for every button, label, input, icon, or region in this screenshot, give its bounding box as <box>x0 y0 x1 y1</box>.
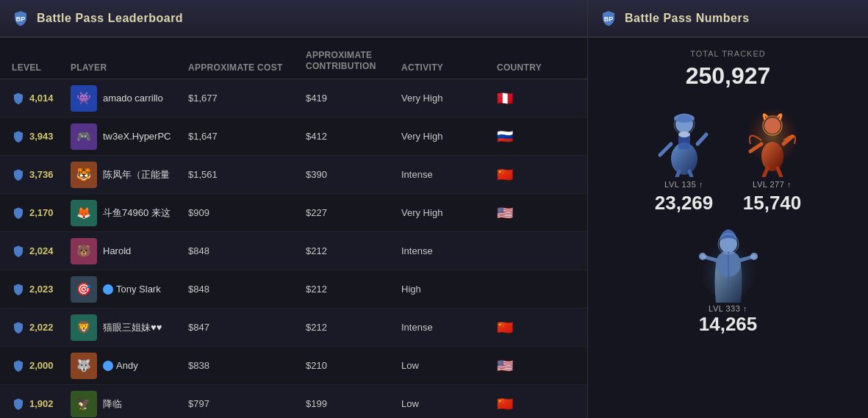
svg-line-17 <box>764 168 767 177</box>
table-row: 1,902 🦅降临$797$199Low🇨🇳 <box>0 385 587 418</box>
hero-figure-1 <box>651 104 717 177</box>
player-name: tw3eX.HyperPC <box>103 131 171 142</box>
level-cell: 3,736 <box>12 168 71 181</box>
player-name: 降临 <box>103 397 122 411</box>
left-panel-header: BP Battle Pass Leaderboard <box>0 0 587 37</box>
hero-lvl-3: LVL 333 ↑ <box>709 304 747 313</box>
contrib-cell: $227 <box>306 207 401 218</box>
activity-cell: High <box>401 284 497 295</box>
player-name: 斗鱼74960 来这 <box>103 206 171 220</box>
hero-count-1: 23,269 <box>655 192 714 215</box>
flag: 🇺🇸 <box>497 205 513 221</box>
hero-figure-2 <box>739 104 806 177</box>
svg-line-18 <box>778 168 781 177</box>
level-shield-icon <box>12 206 25 220</box>
svg-line-8 <box>689 171 693 177</box>
svg-point-26 <box>750 253 758 260</box>
contrib-cell: $419 <box>306 93 401 104</box>
level-value: 3,736 <box>29 169 54 180</box>
svg-text:BP: BP <box>604 15 614 23</box>
contrib-cell: $212 <box>306 322 401 333</box>
hero-image-1 <box>648 96 721 177</box>
col-contribution: ApproximateContribution <box>306 50 401 73</box>
level-value: 2,170 <box>29 207 54 218</box>
left-panel-title: Battle Pass Leaderboard <box>37 12 183 25</box>
level-shield-icon <box>12 283 25 296</box>
col-level: Level <box>12 62 71 73</box>
cost-cell: $1,561 <box>188 169 306 180</box>
col-activity: Activity <box>401 62 497 73</box>
hero-card-3: LVL 333 ↑ 14,265 <box>692 223 765 336</box>
table-header: Level Player Approximate Cost Approximat… <box>0 37 587 79</box>
avatar: 🎮 <box>71 123 97 150</box>
level-value: 2,000 <box>29 360 54 371</box>
player-name: Tony Slark <box>103 284 161 295</box>
svg-point-25 <box>699 253 706 260</box>
avatar: 🦊 <box>71 200 97 226</box>
cost-cell: $909 <box>188 207 306 218</box>
activity-cell: Intense <box>401 245 497 256</box>
country-cell: 🇺🇸 <box>497 205 600 221</box>
shield-icon: BP <box>12 10 29 27</box>
hero-count-2: 15,740 <box>743 192 802 215</box>
avatar: 🐻 <box>71 238 97 264</box>
avatar: 🦁 <box>71 314 97 341</box>
cost-cell: $1,677 <box>188 93 306 104</box>
table-body: 4,014 👾amado carrillo$1,677$419Very High… <box>0 79 587 418</box>
player-cell: 🎮tw3eX.HyperPC <box>71 123 188 150</box>
level-shield-icon <box>12 359 25 372</box>
svg-line-7 <box>675 171 679 177</box>
svg-point-13 <box>761 142 783 171</box>
player-cell: 🐻Harold <box>71 238 188 264</box>
cost-cell: $797 <box>188 398 306 409</box>
level-cell: 4,014 <box>12 92 71 105</box>
level-cell: 2,023 <box>12 283 71 296</box>
hero-image-3 <box>692 223 765 304</box>
flag: 🇨🇳 <box>497 167 513 183</box>
right-panel-title: Battle Pass Numbers <box>625 12 750 25</box>
level-value: 2,022 <box>29 322 54 333</box>
col-country: Country <box>497 62 600 73</box>
contrib-cell: $210 <box>306 360 401 371</box>
right-panel-header: BP Battle Pass Numbers <box>588 0 868 37</box>
country-cell: 🇺🇸 <box>497 358 600 374</box>
table-row: 2,170 🦊斗鱼74960 来这$909$227Very High🇺🇸 <box>0 194 587 232</box>
level-cell: 2,000 <box>12 359 71 372</box>
flag: 🇵🇪 <box>497 90 513 107</box>
total-tracked-value: 250,927 <box>686 64 771 87</box>
left-panel: BP Battle Pass Leaderboard Level Player … <box>0 0 588 418</box>
activity-cell: Very High <box>401 207 497 218</box>
level-cell: 2,024 <box>12 245 71 258</box>
activity-cell: Very High <box>401 131 497 142</box>
level-shield-icon <box>12 92 25 105</box>
cost-cell: $847 <box>188 322 306 333</box>
contrib-cell: $199 <box>306 398 401 409</box>
right-shield-icon: BP <box>600 10 617 27</box>
activity-cell: Very High <box>401 93 497 104</box>
hero-card-1: LVL 135 ↑ 23,269 <box>648 96 721 215</box>
cost-cell: $848 <box>188 245 306 256</box>
country-cell: 🇷🇺 <box>497 129 600 145</box>
table-row: 2,022 🦁猫眼三姐妹♥♥$847$212Intense🇨🇳 <box>0 309 587 347</box>
svg-line-5 <box>660 144 671 155</box>
svg-point-11 <box>678 131 690 137</box>
avatar: 🦅 <box>71 391 97 417</box>
table-row: 3,943 🎮tw3eX.HyperPC$1,647$412Very High🇷… <box>0 118 587 156</box>
activity-cell: Low <box>401 398 497 409</box>
cost-cell: $848 <box>188 284 306 295</box>
hero-lvl-1: LVL 135 ↑ <box>664 180 703 189</box>
player-cell: 🐺Andy <box>71 353 188 379</box>
avatar: 🐺 <box>71 353 97 379</box>
verified-icon <box>103 284 113 295</box>
country-cell: 🇨🇳 <box>497 167 600 183</box>
flag: 🇺🇸 <box>497 358 513 374</box>
activity-cell: Intense <box>401 169 497 180</box>
level-value: 2,024 <box>29 245 54 256</box>
player-name: amado carrillo <box>103 93 163 104</box>
right-panel: BP Battle Pass Numbers TOTAL TRACKED 250… <box>588 0 868 418</box>
player-name: 猫眼三姐妹♥♥ <box>103 321 162 334</box>
svg-line-6 <box>697 134 706 144</box>
contrib-cell: $390 <box>306 169 401 180</box>
level-cell: 3,943 <box>12 130 71 143</box>
player-name: Andy <box>103 360 138 372</box>
